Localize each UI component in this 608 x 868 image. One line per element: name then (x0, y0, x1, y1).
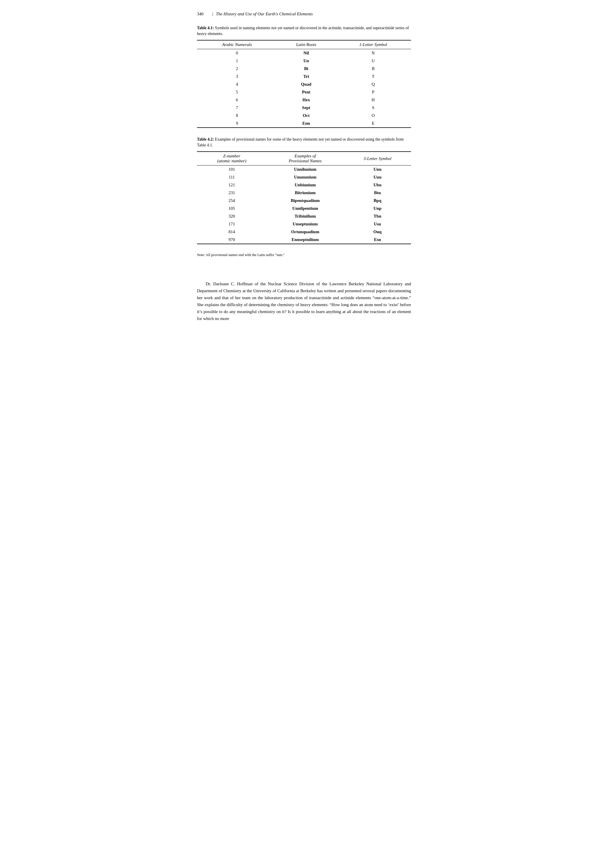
table1: Arabic Numerals Latin Roots 1-Letter Sym… (197, 40, 411, 128)
table2-caption-bold: Table 4.2: (197, 137, 214, 141)
table-cell: Unbiunium (266, 181, 344, 189)
table-cell: Ubu (344, 181, 411, 189)
table-cell: Usu (344, 220, 411, 228)
table-cell: 2 (197, 65, 277, 73)
table2-col3-header: 3-Letter Symbol (344, 152, 411, 166)
table-cell: B (335, 65, 411, 73)
table-row: 5PentP (197, 88, 411, 96)
body-paragraph: Dr. Darleane C. Hoffman of the Nuclear S… (197, 281, 411, 322)
table1-caption-text: Symbols used in naming elements not yet … (197, 26, 409, 36)
table-cell: Unseptunium (266, 220, 344, 228)
table-cell: Enn (277, 119, 336, 128)
table-cell: Bitriunium (266, 189, 344, 197)
table-cell: U (335, 57, 411, 65)
table-cell: Quad (277, 81, 336, 88)
table-cell: 3 (197, 73, 277, 81)
table-cell: Tbn (344, 212, 411, 220)
table2: Z-number (atomic number) Examples of Pro… (197, 151, 411, 244)
table-row: 1UnU (197, 57, 411, 65)
table-row: 4QuadQ (197, 81, 411, 88)
table-cell: Uuu (344, 173, 411, 181)
header-divider: | (212, 12, 213, 17)
table-row: 121UnbiuniumUbu (197, 181, 411, 189)
table1-header-row: Arabic Numerals Latin Roots 1-Letter Sym… (197, 40, 411, 49)
table1-col3-header: 1-Letter Symbol (335, 40, 411, 49)
table-cell: 1 (197, 57, 277, 65)
table-cell: Btu (344, 189, 411, 197)
table-cell: P (335, 88, 411, 96)
table-cell: 320 (197, 212, 266, 220)
table-row: 101UnniluniumUnu (197, 166, 411, 174)
table-cell: Oct (277, 112, 336, 119)
table2-col1-header: Z-number (atomic number) (197, 152, 266, 166)
table-row: 7SeptS (197, 104, 411, 112)
table2-caption-text: Examples of provisional names for some o… (197, 137, 404, 147)
page-title: The History and Use of Our Earth's Chemi… (216, 12, 313, 17)
table-cell: 0 (197, 49, 277, 57)
table-cell: Ouq (344, 228, 411, 236)
table-cell: 9 (197, 119, 277, 128)
table-cell: 111 (197, 173, 266, 181)
table-cell: Unnilpentium (266, 205, 344, 212)
table-cell: Sept (277, 104, 336, 112)
table-row: 970EnnseptniliumEsn (197, 236, 411, 244)
table-cell: 6 (197, 96, 277, 104)
table-cell: Tri (277, 73, 336, 81)
table-cell: Ennseptnilium (266, 236, 344, 244)
table-row: 2BiB (197, 65, 411, 73)
table-cell: Bipentquadium (266, 197, 344, 205)
table-cell: Nil (277, 49, 336, 57)
table-cell: Hex (277, 96, 336, 104)
table-row: 105UnnilpentiumUnp (197, 205, 411, 212)
table-cell: Bi (277, 65, 336, 73)
table-cell: T (335, 73, 411, 81)
table-cell: 7 (197, 104, 277, 112)
table-cell: 171 (197, 220, 266, 228)
table-cell: Unununium (266, 173, 344, 181)
table-cell: Octunquadium (266, 228, 344, 236)
table-cell: 814 (197, 228, 266, 236)
table-cell: E (335, 119, 411, 128)
table-cell: Unu (344, 166, 411, 174)
table-cell: 5 (197, 88, 277, 96)
table-cell: Bpq (344, 197, 411, 205)
table-cell: Unnilunium (266, 166, 344, 174)
table-row: 8OctO (197, 112, 411, 119)
table1-caption-bold: Table 4.1: (197, 26, 214, 30)
table-cell: 970 (197, 236, 266, 244)
table-cell: 4 (197, 81, 277, 88)
table2-header-row: Z-number (atomic number) Examples of Pro… (197, 152, 411, 166)
spacer (197, 266, 411, 274)
table-cell: 101 (197, 166, 266, 174)
table-cell: O (335, 112, 411, 119)
table-cell: 254 (197, 197, 266, 205)
table1-col1-header: Arabic Numerals (197, 40, 277, 49)
table2-col2-header: Examples of Provisional Names (266, 152, 344, 166)
table-cell: 8 (197, 112, 277, 119)
table-cell: N (335, 49, 411, 57)
table-cell: Tribinilium (266, 212, 344, 220)
table-cell: Esn (344, 236, 411, 244)
table-row: 6HexH (197, 96, 411, 104)
table-row: 0NilN (197, 49, 411, 57)
table-row: 254BipentquadiumBpq (197, 197, 411, 205)
table-cell: 121 (197, 181, 266, 189)
table-cell: Q (335, 81, 411, 88)
table-cell: H (335, 96, 411, 104)
table-cell: 231 (197, 189, 266, 197)
table-cell: Un (277, 57, 336, 65)
table-cell: Unp (344, 205, 411, 212)
table-row: 111UnununiumUuu (197, 173, 411, 181)
table-cell: Pent (277, 88, 336, 96)
table-row: 320TribiniliumTbn (197, 212, 411, 220)
table-row: 9EnnE (197, 119, 411, 128)
page-header: 340 | The History and Use of Our Earth's… (197, 12, 411, 17)
table2-note: Note: All provisional names end with the… (197, 253, 411, 257)
table-row: 231BitriuniumBtu (197, 189, 411, 197)
table-cell: S (335, 104, 411, 112)
table1-col2-header: Latin Roots (277, 40, 336, 49)
page-number: 340 (197, 12, 204, 17)
table-row: 3TriT (197, 73, 411, 81)
table-row: 171UnseptuniumUsu (197, 220, 411, 228)
table-row: 814OctunquadiumOuq (197, 228, 411, 236)
